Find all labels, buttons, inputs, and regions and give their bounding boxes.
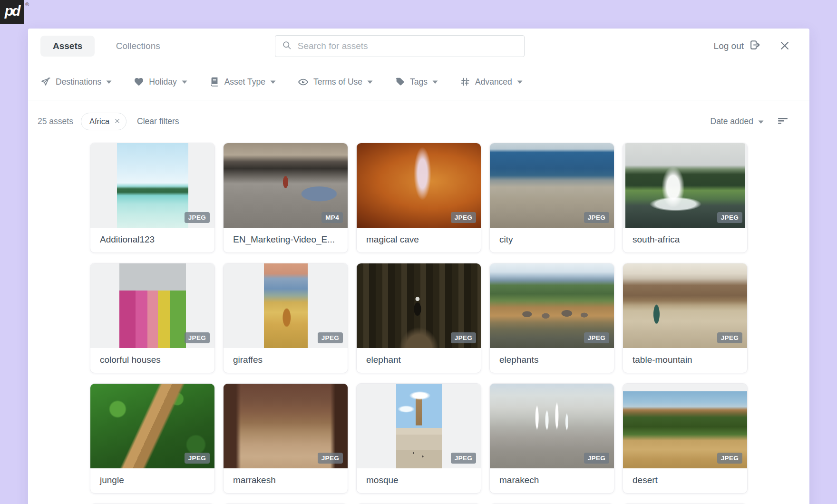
chevron-down-icon <box>106 80 112 84</box>
asset-thumbnail: JPEG <box>357 143 481 228</box>
asset-library-modal: Assets Collections Log out <box>28 29 809 504</box>
filter-chip-africa[interactable]: Africa <box>81 113 127 130</box>
eye-icon <box>298 77 309 87</box>
asset-count: 25 assets <box>38 116 73 126</box>
asset-image <box>396 384 442 468</box>
sort-controls: Date added <box>710 115 792 128</box>
asset-name: marrakesh <box>224 468 348 492</box>
format-badge: JPEG <box>584 332 609 343</box>
chevron-down-icon <box>270 80 276 84</box>
asset-thumbnail: JPEG <box>224 263 348 348</box>
tag-icon <box>395 77 405 87</box>
asset-card[interactable]: JPEGcolorful houses <box>90 263 215 373</box>
asset-thumbnail: JPEG <box>90 384 214 468</box>
logout-icon <box>749 39 761 53</box>
tab-assets[interactable]: Assets <box>40 36 95 57</box>
asset-thumbnail: JPEG <box>357 384 481 468</box>
asset-name: magical cave <box>357 228 481 252</box>
asset-card[interactable]: MP4EN_Marketing-Video_E... <box>223 143 348 253</box>
asset-card[interactable]: JPEGelephant <box>356 263 481 373</box>
asset-name: elephant <box>357 348 481 372</box>
asset-thumbnail: JPEG <box>623 143 747 228</box>
asset-name: south-africa <box>623 228 747 252</box>
filter-terms-of-use[interactable]: Terms of Use <box>298 77 373 87</box>
filter-label: Terms of Use <box>313 77 362 87</box>
asset-card[interactable]: JPEGmarakech <box>489 383 614 494</box>
book-icon <box>209 77 220 87</box>
format-badge: JPEG <box>717 453 742 464</box>
clear-filters-button[interactable]: Clear filters <box>137 116 179 126</box>
asset-name: EN_Marketing-Video_E... <box>224 228 348 252</box>
format-badge: JPEG <box>185 332 210 343</box>
asset-card[interactable]: JPEGgiraffes <box>223 263 348 373</box>
asset-card[interactable]: JPEGmagical cave <box>356 143 481 253</box>
top-bar: Assets Collections Log out <box>28 29 809 64</box>
filter-holiday[interactable]: Holiday <box>134 77 187 87</box>
asset-card[interactable]: JPEGAdditional123 <box>90 143 215 253</box>
asset-card[interactable]: JPEGcity <box>489 143 614 253</box>
filter-asset-type[interactable]: Asset Type <box>209 77 276 87</box>
close-icon <box>779 40 790 53</box>
filter-destinations[interactable]: Destinations <box>40 77 112 87</box>
pandadoc-logo: pd <box>0 0 24 24</box>
filter-chip-label: Africa <box>89 117 109 126</box>
filter-label: Destinations <box>56 77 101 87</box>
asset-name: elephants <box>490 348 614 372</box>
asset-thumbnail: JPEG <box>623 384 747 468</box>
asset-thumbnail: JPEG <box>490 143 614 228</box>
asset-thumbnail: JPEG <box>490 384 614 468</box>
asset-image <box>117 143 188 228</box>
format-badge: MP4 <box>321 212 343 223</box>
format-badge: JPEG <box>451 453 476 464</box>
search-box[interactable] <box>275 35 525 57</box>
asset-thumbnail: JPEG <box>90 263 214 348</box>
filter-label: Asset Type <box>224 77 265 87</box>
asset-image <box>264 263 308 348</box>
tab-bar: Assets Collections <box>40 36 173 57</box>
asset-card[interactable]: JPEGmarrakesh <box>223 383 348 494</box>
filter-advanced[interactable]: Advanced <box>460 77 523 87</box>
chevron-down-icon <box>517 80 523 84</box>
format-badge: JPEG <box>318 453 343 464</box>
chevron-down-icon <box>182 80 187 84</box>
asset-card[interactable]: JPEGdesert <box>623 383 748 494</box>
asset-thumbnail: JPEG <box>623 263 747 348</box>
format-badge: JPEG <box>717 212 742 223</box>
sort-field-dropdown[interactable]: Date added <box>710 116 764 126</box>
sort-descending-icon <box>777 115 791 128</box>
logout-button[interactable]: Log out <box>714 39 761 53</box>
logo-text: pd <box>5 3 19 19</box>
close-button[interactable] <box>779 40 790 53</box>
asset-card[interactable]: JPEGmosque <box>356 383 481 494</box>
asset-name: giraffes <box>224 348 348 372</box>
asset-thumbnail: JPEG <box>357 263 481 348</box>
app-background: pd ® Assets Collections Log out <box>0 0 837 504</box>
search-icon <box>282 40 292 52</box>
tab-collections[interactable]: Collections <box>104 36 173 57</box>
asset-name: Additional123 <box>90 228 214 252</box>
sort-field-label: Date added <box>710 116 754 126</box>
format-badge: JPEG <box>185 453 210 464</box>
registered-mark: ® <box>25 1 29 7</box>
filter-label: Holiday <box>149 77 176 87</box>
format-badge: JPEG <box>185 212 210 223</box>
sliders-icon <box>460 77 470 87</box>
header-actions: Log out <box>714 39 790 53</box>
remove-icon[interactable] <box>114 117 120 126</box>
format-badge: JPEG <box>318 332 343 343</box>
filter-label: Tags <box>410 77 428 87</box>
asset-card[interactable]: JPEGtable-mountain <box>623 263 748 373</box>
paper-plane-icon <box>40 77 51 87</box>
filter-tags[interactable]: Tags <box>395 77 438 87</box>
asset-name: marakech <box>490 468 614 492</box>
sort-direction-button[interactable] <box>777 115 791 128</box>
asset-thumbnail: JPEG <box>490 263 614 348</box>
search-input[interactable] <box>297 40 517 52</box>
asset-grid: JPEGAdditional123MP4EN_Marketing-Video_E… <box>90 143 748 504</box>
format-badge: JPEG <box>584 212 609 223</box>
format-badge: JPEG <box>451 332 476 343</box>
asset-card[interactable]: JPEGjungle <box>90 383 215 494</box>
asset-card[interactable]: JPEGsouth-africa <box>623 143 748 253</box>
asset-name: table-mountain <box>623 348 747 372</box>
asset-card[interactable]: JPEGelephants <box>489 263 614 373</box>
